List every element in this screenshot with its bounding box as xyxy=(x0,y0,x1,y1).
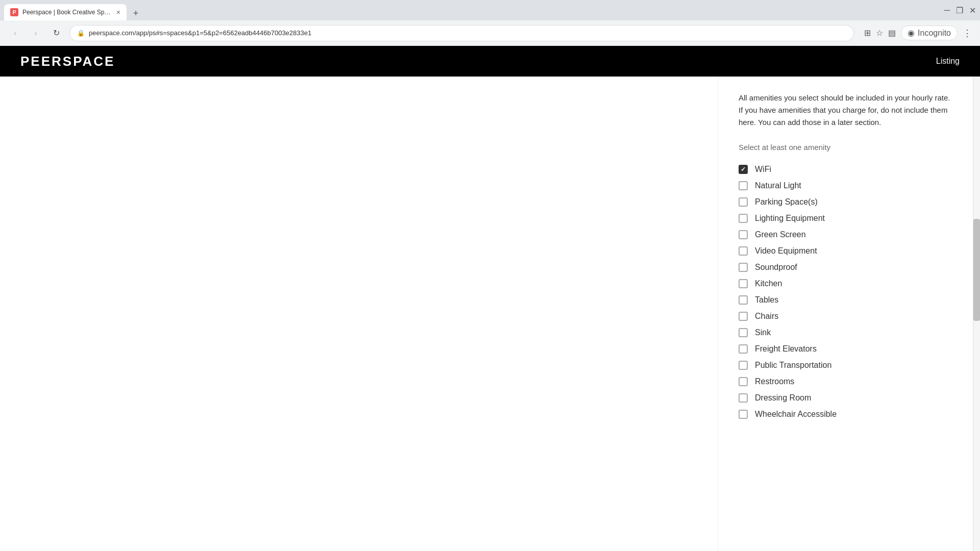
select-label: Select at least one amenity xyxy=(739,143,952,152)
amenity-item-restrooms[interactable]: Restrooms xyxy=(739,374,952,389)
refresh-icon: ↻ xyxy=(53,28,60,38)
url-text: peerspace.com/app/ps#s=spaces&p1=5&p2=65… xyxy=(89,29,846,37)
amenity-item-wheelchair-accessible[interactable]: Wheelchair Accessible xyxy=(739,407,952,422)
back-button[interactable]: ‹ xyxy=(8,26,22,40)
minimize-button[interactable]: ─ xyxy=(944,6,950,15)
browser-tabs: P Peerspace | Book Creative Space × + xyxy=(4,0,144,20)
amenity-item-soundproof[interactable]: Soundproof xyxy=(739,260,952,275)
amenity-item-public-transportation[interactable]: Public Transportation xyxy=(739,358,952,373)
amenity-label-freight-elevators: Freight Elevators xyxy=(755,344,817,354)
amenity-checkbox-natural-light[interactable] xyxy=(739,181,748,190)
browser-toolbar: ‹ › ↻ 🔒 peerspace.com/app/ps#s=spaces&p1… xyxy=(0,20,980,46)
amenity-checkbox-freight-elevators[interactable] xyxy=(739,344,748,354)
site-header: PEERSPACE Listing xyxy=(0,46,980,77)
amenity-item-dressing-room[interactable]: Dressing Room xyxy=(739,390,952,406)
main-area: All amenities you select should be inclu… xyxy=(0,77,980,551)
amenity-checkbox-wifi[interactable] xyxy=(739,165,748,174)
forward-button[interactable]: › xyxy=(29,26,43,40)
amenity-item-kitchen[interactable]: Kitchen xyxy=(739,276,952,291)
amenity-checkbox-video-equipment[interactable] xyxy=(739,246,748,256)
amenity-checkbox-chairs[interactable] xyxy=(739,312,748,321)
profile-icon: ◉ xyxy=(908,28,915,38)
tab-title: Peerspace | Book Creative Space xyxy=(22,9,112,16)
amenity-label-parking-spaces: Parking Space(s) xyxy=(755,197,818,207)
incognito-label: Incognito xyxy=(918,29,951,38)
address-bar[interactable]: 🔒 peerspace.com/app/ps#s=spaces&p1=5&p2=… xyxy=(69,25,854,41)
amenity-checkbox-lighting-equipment[interactable] xyxy=(739,214,748,223)
amenity-item-tables[interactable]: Tables xyxy=(739,292,952,308)
browser-frame: P Peerspace | Book Creative Space × + ─ … xyxy=(0,0,980,551)
more-options-icon[interactable]: ⋮ xyxy=(963,28,972,39)
incognito-button[interactable]: ◉ Incognito xyxy=(901,26,958,40)
scrollbar-thumb xyxy=(973,219,980,321)
sidebar-icon[interactable]: ▤ xyxy=(888,28,896,38)
toolbar-actions: ⊞ ☆ ▤ ◉ Incognito ⋮ xyxy=(864,26,972,40)
amenity-checkbox-tables[interactable] xyxy=(739,295,748,305)
amenities-list: WiFiNatural LightParking Space(s)Lightin… xyxy=(739,162,952,422)
back-icon: ‹ xyxy=(14,29,16,38)
screen-search-icon[interactable]: ⊞ xyxy=(864,28,871,38)
nav-listing[interactable]: Listing xyxy=(936,57,960,66)
active-browser-tab[interactable]: P Peerspace | Book Creative Space × xyxy=(4,4,127,20)
forward-icon: › xyxy=(34,29,37,38)
amenity-checkbox-sink[interactable] xyxy=(739,328,748,337)
lock-icon: 🔒 xyxy=(77,30,85,37)
amenity-item-lighting-equipment[interactable]: Lighting Equipment xyxy=(739,211,952,226)
amenity-label-sink: Sink xyxy=(755,328,771,337)
amenity-item-video-equipment[interactable]: Video Equipment xyxy=(739,243,952,259)
tab-close-button[interactable]: × xyxy=(116,8,120,16)
window-controls: ─ ❐ ✕ xyxy=(944,6,976,15)
amenity-label-video-equipment: Video Equipment xyxy=(755,246,817,256)
amenity-item-sink[interactable]: Sink xyxy=(739,325,952,340)
amenity-label-lighting-equipment: Lighting Equipment xyxy=(755,214,825,223)
amenity-checkbox-parking-spaces[interactable] xyxy=(739,197,748,207)
amenity-checkbox-dressing-room[interactable] xyxy=(739,393,748,403)
amenity-label-green-screen: Green Screen xyxy=(755,230,806,239)
amenities-panel: All amenities you select should be inclu… xyxy=(718,77,973,551)
amenity-item-natural-light[interactable]: Natural Light xyxy=(739,178,952,193)
browser-titlebar: P Peerspace | Book Creative Space × + ─ … xyxy=(0,0,980,20)
maximize-button[interactable]: ❐ xyxy=(956,6,963,15)
amenity-item-wifi[interactable]: WiFi xyxy=(739,162,952,177)
amenity-checkbox-wheelchair-accessible[interactable] xyxy=(739,410,748,419)
amenity-item-parking-spaces[interactable]: Parking Space(s) xyxy=(739,194,952,210)
amenity-label-dressing-room: Dressing Room xyxy=(755,393,811,403)
page-scrollbar[interactable] xyxy=(973,77,980,551)
page-content: PEERSPACE Listing All amenities you sele… xyxy=(0,46,980,551)
amenity-checkbox-restrooms[interactable] xyxy=(739,377,748,386)
amenity-label-kitchen: Kitchen xyxy=(755,279,782,288)
amenity-item-green-screen[interactable]: Green Screen xyxy=(739,227,952,242)
refresh-button[interactable]: ↻ xyxy=(49,26,63,40)
amenity-label-wifi: WiFi xyxy=(755,165,771,174)
amenity-item-chairs[interactable]: Chairs xyxy=(739,309,952,324)
tab-favicon: P xyxy=(10,8,18,16)
amenity-label-chairs: Chairs xyxy=(755,312,778,321)
amenity-label-soundproof: Soundproof xyxy=(755,263,797,272)
left-panel xyxy=(0,77,718,551)
amenity-label-wheelchair-accessible: Wheelchair Accessible xyxy=(755,410,837,419)
amenity-checkbox-public-transportation[interactable] xyxy=(739,361,748,370)
close-button[interactable]: ✕ xyxy=(969,6,976,15)
amenity-label-tables: Tables xyxy=(755,295,778,305)
bookmark-icon[interactable]: ☆ xyxy=(876,28,883,38)
description-text: All amenities you select should be inclu… xyxy=(739,92,952,129)
amenity-checkbox-soundproof[interactable] xyxy=(739,263,748,272)
amenity-label-natural-light: Natural Light xyxy=(755,181,801,190)
amenity-label-restrooms: Restrooms xyxy=(755,377,794,386)
amenity-checkbox-kitchen[interactable] xyxy=(739,279,748,288)
amenity-item-freight-elevators[interactable]: Freight Elevators xyxy=(739,341,952,357)
site-logo[interactable]: PEERSPACE xyxy=(20,54,115,69)
amenity-checkbox-green-screen[interactable] xyxy=(739,230,748,239)
new-tab-button[interactable]: + xyxy=(128,6,144,20)
amenity-label-public-transportation: Public Transportation xyxy=(755,361,831,370)
